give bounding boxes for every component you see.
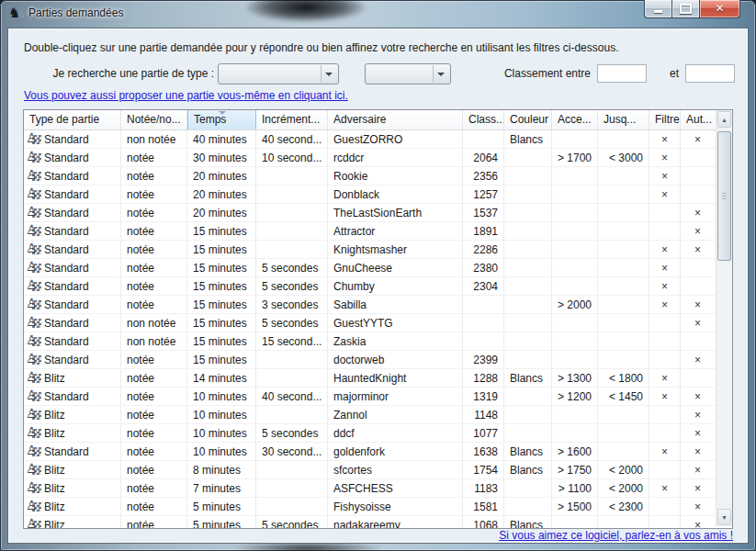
pawn-checkerboard-icon bbox=[26, 279, 41, 293]
column-header-temps[interactable]: Temps bbox=[187, 110, 256, 129]
cell-classement: 2399 bbox=[463, 351, 504, 368]
table-row[interactable]: Blitznotée5 minutes5 secondesnadakareemy… bbox=[24, 516, 732, 528]
pawn-checkerboard-icon bbox=[26, 242, 41, 256]
column-header-adversaire[interactable]: Adversaire bbox=[328, 110, 463, 129]
cell-notee: notée bbox=[121, 259, 187, 276]
cell-jusqua bbox=[598, 351, 649, 368]
cell-increment: 5 secondes bbox=[256, 516, 328, 528]
table-row[interactable]: Standardnotée10 minutes30 second...golde… bbox=[24, 443, 732, 461]
scroll-up-button[interactable]: ▲ bbox=[717, 111, 731, 128]
cell-temps: 15 minutes bbox=[187, 314, 256, 332]
cell-classement: 1183 bbox=[463, 479, 504, 497]
column-header-couleur[interactable]: Couleur bbox=[504, 110, 552, 129]
cell-notee: notée bbox=[121, 406, 187, 423]
cell-notee: notée bbox=[121, 388, 187, 405]
cell-aut: × bbox=[681, 461, 715, 478]
cell-jusqua bbox=[598, 332, 649, 350]
cell-type: Standard bbox=[24, 443, 121, 460]
game-subtype-select[interactable] bbox=[365, 63, 451, 84]
cell-aut: × bbox=[681, 351, 715, 368]
game-type-select[interactable] bbox=[218, 63, 339, 84]
pawn-checkerboard-icon bbox=[26, 132, 41, 146]
cell-aut bbox=[681, 259, 715, 276]
table-row[interactable]: Standardnotée20 minutesTheLastSionEarth1… bbox=[24, 204, 732, 222]
rating-max-input[interactable] bbox=[685, 64, 735, 83]
table-row[interactable]: Standardnotée15 minutes5 secondesChumby2… bbox=[24, 277, 732, 296]
cell-adversaire: nadakareemy bbox=[328, 516, 463, 528]
cell-filtre: × bbox=[649, 369, 681, 387]
scrollbar-thumb[interactable] bbox=[717, 131, 731, 261]
column-header-type[interactable]: Type de partie bbox=[24, 110, 121, 129]
table-row[interactable]: Blitznotée10 minutes5 secondesddcf1077× bbox=[24, 424, 732, 443]
cell-filtre bbox=[649, 332, 681, 350]
pawn-checkerboard-icon bbox=[26, 316, 41, 330]
cell-aut: × bbox=[681, 388, 715, 405]
scroll-down-button[interactable]: ▼ bbox=[717, 509, 731, 525]
column-header-classement[interactable]: Class... bbox=[463, 110, 504, 129]
table-row[interactable]: Standardnon notée40 minutes40 second...G… bbox=[24, 130, 732, 149]
maximize-button[interactable] bbox=[671, 0, 699, 18]
table-row[interactable]: Standardnotée15 minutesKnightsmasher2286… bbox=[24, 241, 732, 259]
cell-aut: × bbox=[681, 498, 715, 515]
cell-couleur bbox=[504, 296, 552, 313]
column-header-notee[interactable]: Notée/no... bbox=[121, 110, 187, 129]
cell-temps: 10 minutes bbox=[187, 424, 256, 442]
cell-aut bbox=[681, 277, 715, 295]
cell-increment bbox=[256, 498, 328, 515]
cell-aut: × bbox=[681, 241, 715, 258]
cell-type: Standard bbox=[24, 186, 121, 203]
tell-friends-link[interactable]: Si vous aimez ce logiciel, parlez-en à v… bbox=[499, 529, 733, 542]
cell-increment bbox=[256, 351, 328, 368]
column-header-aut[interactable]: Aut... bbox=[681, 110, 715, 129]
table-row[interactable]: Standardnotée15 minutes3 secondesSabilla… bbox=[24, 296, 732, 314]
sort-indicator-icon bbox=[219, 111, 226, 115]
close-button[interactable]: ✕ bbox=[699, 0, 740, 18]
column-header-accepte[interactable]: Acce... bbox=[552, 110, 598, 129]
cell-increment bbox=[256, 204, 328, 221]
cell-jusqua bbox=[598, 443, 649, 460]
cell-aut: × bbox=[681, 314, 715, 332]
cell-filtre bbox=[649, 204, 681, 221]
cell-adversaire: Rookie bbox=[328, 167, 463, 185]
rating-and-label: et bbox=[670, 67, 679, 80]
table-row[interactable]: Standardnotée20 minutesDonblack1257× bbox=[24, 186, 732, 204]
table-row[interactable]: Standardnotée30 minutes10 second...rcddc… bbox=[24, 149, 732, 167]
cell-type: Blitz bbox=[24, 424, 121, 442]
table-row[interactable]: Standardnotée15 minutes5 secondesGnuChee… bbox=[24, 259, 732, 277]
cell-increment: 15 second... bbox=[256, 332, 328, 350]
cell-accepte: > 1500 bbox=[552, 498, 598, 515]
column-header-increment[interactable]: Incrément... bbox=[256, 110, 328, 129]
dialog-client-area: Double-cliquez sur une partie demandée p… bbox=[7, 28, 749, 544]
cell-adversaire: Chumby bbox=[328, 277, 463, 295]
cell-filtre bbox=[649, 314, 681, 332]
table-row[interactable]: Standardnotée15 minutesAttractor1891× bbox=[24, 222, 732, 241]
cell-notee: notée bbox=[121, 479, 187, 497]
cell-increment: 5 secondes bbox=[256, 277, 328, 295]
table-row[interactable]: Standardnon notée15 minutes15 second...Z… bbox=[24, 332, 732, 351]
title-bar[interactable]: ♞♘ Parties demandées ✕ bbox=[0, 0, 756, 28]
table-row[interactable]: Blitznotée7 minutesASFCHESS1183> 1100< 2… bbox=[24, 479, 732, 498]
chevron-down-icon bbox=[321, 65, 337, 83]
vertical-scrollbar[interactable]: ▲ ▼ bbox=[716, 110, 732, 526]
table-row[interactable]: Standardnotée10 minutes40 second...major… bbox=[24, 388, 732, 406]
table-row[interactable]: Standardnotée20 minutesRookie2356× bbox=[24, 167, 732, 186]
close-icon: ✕ bbox=[715, 0, 724, 17]
cell-type: Standard bbox=[24, 332, 121, 350]
window-title: Parties demandées bbox=[28, 6, 123, 19]
table-row[interactable]: Blitznotée8 minutessfcortes1754Blancs> 1… bbox=[24, 461, 732, 479]
column-header-jusqua[interactable]: Jusq... bbox=[598, 110, 649, 129]
table-row[interactable]: Blitznotée14 minutesHauntedKnight1288Bla… bbox=[24, 369, 732, 388]
table-row[interactable]: Standardnon notée15 minutes5 secondesGue… bbox=[24, 314, 732, 332]
cell-increment: 5 secondes bbox=[256, 259, 328, 276]
cell-aut: × bbox=[681, 443, 715, 460]
rating-min-input[interactable] bbox=[597, 64, 647, 83]
column-header-filtre[interactable]: Filtre bbox=[649, 110, 681, 129]
cell-accepte: > 2000 bbox=[552, 296, 598, 313]
table-row[interactable]: Standardnotée15 minutesdoctorweb2399× bbox=[24, 351, 732, 369]
table-row[interactable]: Blitznotée5 minutesFishysoisse1581> 1500… bbox=[24, 498, 732, 516]
cell-accepte: > 1200 bbox=[552, 388, 598, 405]
propose-game-link[interactable]: Vous pouvez aussi proposer une partie vo… bbox=[24, 89, 348, 102]
cell-jusqua bbox=[598, 406, 649, 423]
table-row[interactable]: Blitznotée10 minutesZannol1148× bbox=[24, 406, 732, 424]
minimize-button[interactable] bbox=[644, 0, 671, 18]
